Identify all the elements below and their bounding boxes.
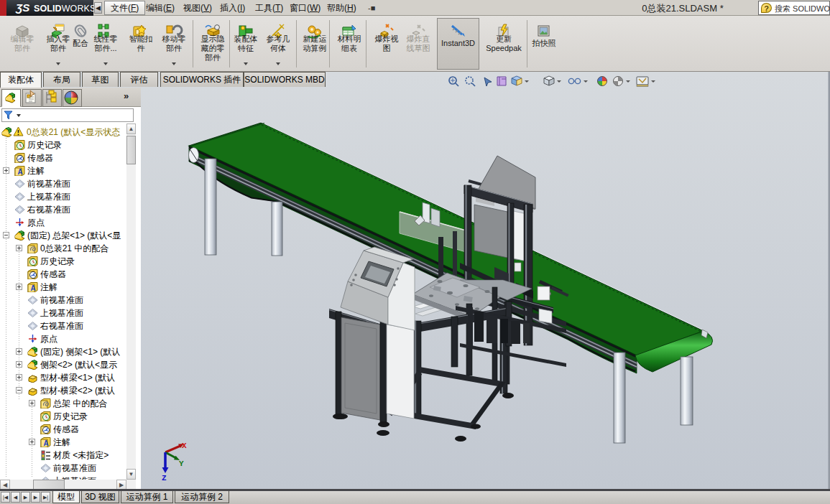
svg-text:Z: Z	[162, 474, 167, 482]
svg-text:X: X	[182, 442, 187, 450]
svg-text:Y: Y	[179, 459, 184, 468]
